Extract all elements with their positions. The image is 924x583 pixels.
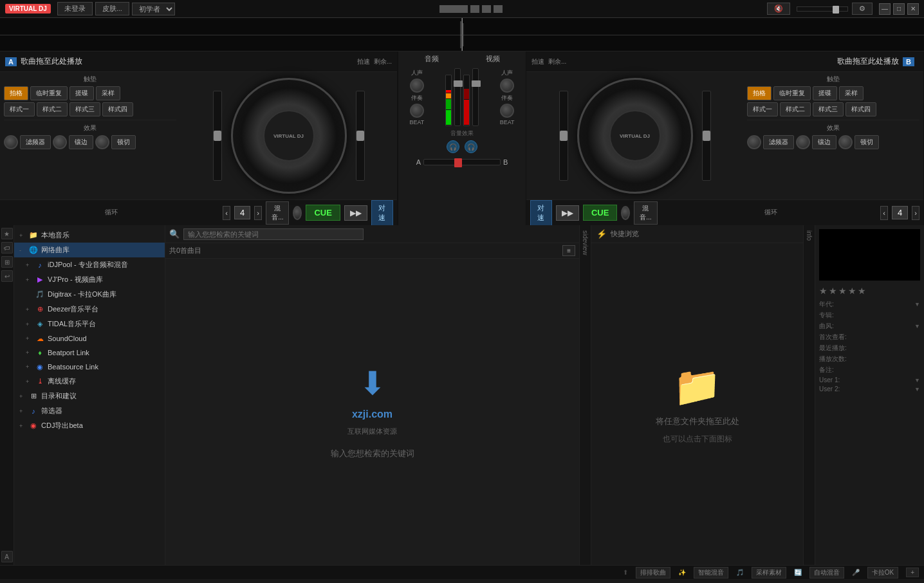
- ip-user1-dropdown[interactable]: ▼: [914, 377, 920, 384]
- deck-b-loop-next[interactable]: ›: [912, 206, 919, 220]
- cardok-btn[interactable]: 卡拉OK: [867, 567, 898, 578]
- sidebar-item-filter[interactable]: + ♪ 筛选器: [14, 403, 165, 418]
- ip-user2-dropdown[interactable]: ▼: [914, 386, 920, 393]
- deck-b-filter-knob[interactable]: [747, 135, 761, 149]
- autoloop-btn[interactable]: 自动混音: [809, 567, 844, 578]
- deck-b-pitch-slider-l[interactable]: [559, 91, 568, 181]
- sidebar-item-local[interactable]: + 📁 本地音乐: [14, 228, 165, 243]
- headphone-a-btn[interactable]: 🎧: [447, 140, 459, 153]
- deck-b-style3-btn[interactable]: 样式三: [813, 102, 844, 116]
- bottom-icon-a[interactable]: A: [1, 551, 13, 562]
- settings-button[interactable]: ⚙: [852, 3, 873, 15]
- sidebar-item-soundcloud[interactable]: + ☁ SoundCloud: [14, 331, 165, 346]
- mixer-accomp-a-knob[interactable]: [410, 104, 424, 118]
- sidebar-item-beatport[interactable]: + ♦ Beatport Link: [14, 346, 165, 360]
- crossfader[interactable]: [423, 159, 501, 165]
- mixer-ch-a-fader[interactable]: [454, 68, 461, 126]
- deck-b-beat-btn[interactable]: 拍格: [747, 86, 772, 100]
- deck-a-cutter-knob[interactable]: [95, 135, 109, 149]
- star-5[interactable]: ★: [858, 286, 866, 296]
- deck-a-play-btn[interactable]: ▶▶: [344, 205, 367, 221]
- deck-b-style2-btn[interactable]: 样式二: [780, 102, 811, 116]
- star-3[interactable]: ★: [838, 286, 847, 296]
- sort-songs-btn[interactable]: 排排歌曲: [636, 567, 670, 578]
- filter-icon[interactable]: ⊞: [1, 256, 13, 268]
- level-select[interactable]: 初学者: [132, 3, 175, 15]
- sidebar-item-deezer[interactable]: + ⊕ Deezer音乐平台: [14, 302, 165, 317]
- deck-a-style2-btn[interactable]: 样式二: [37, 102, 68, 116]
- star-2[interactable]: ★: [829, 286, 837, 296]
- deck-a-cutter-btn[interactable]: 顿切: [111, 135, 136, 149]
- deck-a-sample-btn[interactable]: 采样: [96, 86, 120, 100]
- star-4[interactable]: ★: [848, 286, 856, 296]
- sort-btn[interactable]: ≡: [562, 245, 575, 256]
- skin-button[interactable]: 皮肤...: [95, 2, 129, 15]
- volume-mute-button[interactable]: 🔇: [767, 3, 790, 15]
- sidebar-item-tidal[interactable]: + ◈ TIDAL音乐平台: [14, 317, 165, 331]
- favorites-icon[interactable]: ★: [1, 228, 13, 239]
- deck-b-loop-prev[interactable]: ‹: [880, 206, 888, 220]
- mixer-vocal-a-knob[interactable]: [410, 79, 424, 93]
- deck-b-scratch-btn[interactable]: 搓碟: [813, 86, 837, 100]
- deck-b-mix-knob[interactable]: [621, 206, 630, 220]
- smartmix-btn[interactable]: 智能混音: [694, 567, 728, 578]
- deck-b-looptemp-btn[interactable]: 临时重复: [773, 86, 811, 100]
- deck-a-flanger-knob[interactable]: [53, 135, 67, 149]
- deck-a-flanger-btn[interactable]: 镶边: [69, 135, 93, 149]
- volume-slider[interactable]: [797, 6, 848, 12]
- deck-a-pitch-slider[interactable]: [213, 91, 222, 181]
- star-1[interactable]: ★: [819, 286, 827, 296]
- deck-b-cutter-btn[interactable]: 顿切: [855, 135, 879, 149]
- deck-b-flanger-btn[interactable]: 镶边: [812, 135, 836, 149]
- deck-b-cutter-knob[interactable]: [838, 135, 853, 149]
- deck-a-mix-btn[interactable]: 混音...: [266, 201, 289, 225]
- deck-a-style3-btn[interactable]: 样式三: [69, 102, 100, 116]
- ip-year-dropdown[interactable]: ▼: [914, 301, 920, 308]
- deck-a-filter-knob[interactable]: [4, 135, 18, 149]
- sidebar-item-digitrax[interactable]: 🎵 Digitrax - 卡拉OK曲库: [14, 287, 165, 302]
- minimize-button[interactable]: —: [879, 3, 891, 15]
- sideview-tab[interactable]: sideview: [579, 225, 591, 565]
- maximize-button[interactable]: □: [893, 3, 905, 15]
- deck-b-flanger-knob[interactable]: [796, 135, 810, 149]
- deck-b-pitch-slider-r[interactable]: [702, 91, 711, 181]
- sidebar-item-offline[interactable]: + ⤓ 离线缓存: [14, 374, 165, 389]
- samples-btn[interactable]: 采样素材: [752, 567, 786, 578]
- sidebar-item-folders[interactable]: + ⊞ 目录和建议: [14, 389, 165, 403]
- deck-a-style1-btn[interactable]: 样式一: [4, 102, 35, 116]
- deck-b-turntable[interactable]: VIRTUAL DJ: [577, 78, 693, 194]
- deck-a-sync-btn[interactable]: 对速: [371, 200, 393, 226]
- deck-a-beat-btn[interactable]: 拍格: [4, 86, 28, 100]
- close-button[interactable]: ✕: [907, 3, 919, 15]
- deck-a-style4-btn[interactable]: 样式四: [102, 102, 133, 116]
- deck-b-sync-btn[interactable]: 对速: [530, 200, 552, 226]
- sidebar-item-beatsource[interactable]: + ◉ Beatsource Link: [14, 360, 165, 374]
- sidebar-item-vjpro[interactable]: + ▶ VJ'Pro - 视频曲库: [14, 272, 165, 287]
- info-tab[interactable]: info: [803, 225, 815, 565]
- sidebar-item-cdj[interactable]: + ◉ CDJ导出beta: [14, 418, 165, 433]
- deck-a-loop-prev[interactable]: ‹: [223, 206, 230, 220]
- mixer-ch-b-fader[interactable]: [472, 68, 479, 126]
- tag-icon[interactable]: 🏷: [1, 242, 13, 254]
- plus-btn[interactable]: +: [906, 568, 919, 577]
- deck-a-filter-btn[interactable]: 滤频器: [20, 135, 51, 149]
- deck-a-cue-btn[interactable]: CUE: [306, 205, 340, 221]
- user-button[interactable]: 未登录: [57, 2, 93, 15]
- mixer-vocal-b-knob[interactable]: [500, 79, 514, 93]
- deck-a-mix-knob[interactable]: [293, 206, 302, 220]
- deck-b-style4-btn[interactable]: 样式四: [845, 102, 876, 116]
- deck-b-play-btn[interactable]: ▶▶: [556, 205, 579, 221]
- deck-a-pitch-slider-r[interactable]: [356, 91, 365, 181]
- mixer-accomp-b-knob[interactable]: [500, 104, 514, 118]
- search-input[interactable]: [183, 228, 364, 240]
- headphone-b-btn[interactable]: 🎧: [465, 140, 477, 153]
- deck-a-scratch-btn[interactable]: 搓碟: [69, 86, 94, 100]
- deck-b-cue-btn[interactable]: CUE: [583, 205, 617, 221]
- sidebar-item-idjpool[interactable]: + ♪ iDJPool - 专业音频和混音: [14, 257, 165, 272]
- sidebar-item-online[interactable]: - 🌐 网络曲库: [14, 243, 165, 257]
- deck-b-filter-btn[interactable]: 滤频器: [763, 135, 794, 149]
- deck-a-turntable[interactable]: VIRTUAL DJ: [231, 78, 347, 194]
- deck-b-mix-btn[interactable]: 混音...: [634, 201, 657, 225]
- history-icon[interactable]: ↩: [1, 270, 13, 282]
- deck-a-looptemp-btn[interactable]: 临时重复: [30, 86, 68, 100]
